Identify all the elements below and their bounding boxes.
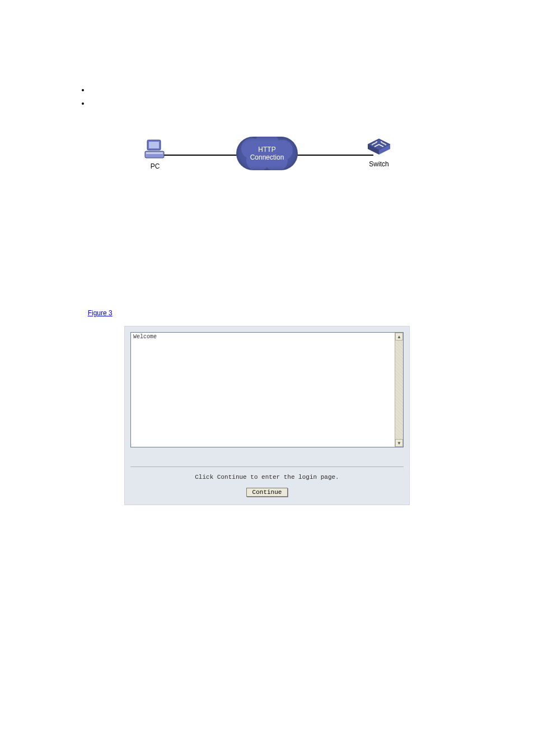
pc-label: PC	[138, 162, 172, 170]
svg-rect-2	[145, 151, 164, 158]
bullet-item	[90, 97, 467, 109]
figure-caption	[67, 198, 467, 206]
http-cloud: HTTP Connection	[236, 137, 298, 170]
body-text	[67, 245, 467, 255]
scroll-down-button[interactable]: ▼	[395, 439, 403, 447]
chevron-down-icon: ▼	[397, 441, 401, 446]
vertical-scrollbar[interactable]: ▲ ▼	[395, 333, 403, 447]
chevron-up-icon: ▲	[397, 334, 401, 339]
cloud-text-line1: HTTP	[258, 146, 275, 153]
body-text	[67, 261, 467, 271]
switch-label: Switch	[362, 160, 396, 168]
divider	[130, 466, 404, 467]
svg-rect-1	[149, 142, 159, 148]
scroll-up-button[interactable]: ▲	[395, 333, 403, 340]
bullet-item	[90, 84, 467, 95]
pc-icon	[144, 138, 166, 160]
bullet-list	[78, 84, 467, 109]
body-text	[67, 230, 467, 240]
prompt-text: Click Continue to enter the login page.	[130, 474, 404, 480]
svg-rect-3	[146, 152, 163, 154]
switch-node: Switch	[362, 138, 396, 168]
textarea-text: Welcome	[133, 334, 394, 446]
figure-link[interactable]: Figure 3	[88, 309, 113, 317]
body-text	[67, 292, 467, 302]
network-diagram: PC HTTP Connection Switch	[138, 131, 396, 187]
body-text	[67, 277, 467, 287]
cloud-text-line2: Connection	[250, 153, 284, 161]
scroll-track[interactable]	[395, 340, 403, 439]
welcome-textarea[interactable]: Welcome ▲ ▼	[130, 332, 404, 447]
pc-node: PC	[138, 138, 172, 170]
browser-screenshot: Welcome ▲ ▼ Click Continue to enter the …	[124, 326, 410, 505]
prompt-area: Click Continue to enter the login page. …	[130, 460, 404, 497]
switch-icon	[367, 138, 391, 158]
body-text: Figure 3	[67, 308, 467, 318]
continue-button[interactable]: Continue	[246, 488, 288, 497]
document-page: PC HTTP Connection Switch	[0, 0, 534, 756]
body-text	[67, 214, 467, 224]
